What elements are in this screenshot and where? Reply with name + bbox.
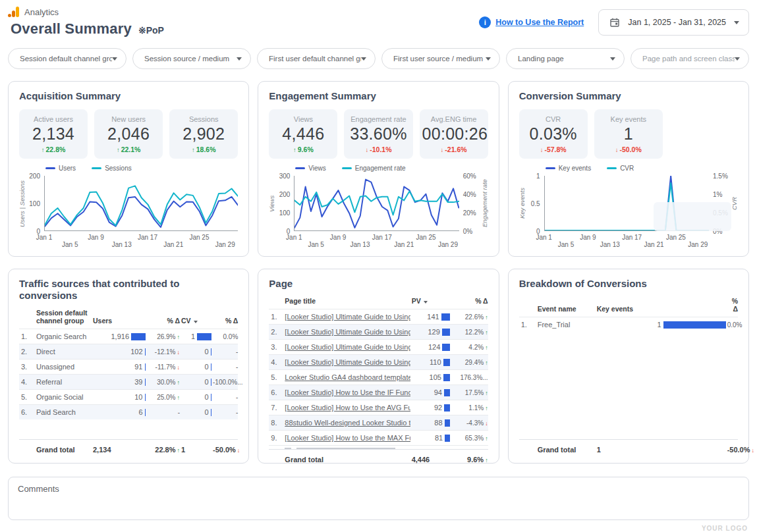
- col-header-page-title: Page title: [285, 297, 410, 305]
- help-link[interactable]: How to Use the Report: [495, 18, 584, 27]
- metric-value: 0: [181, 393, 209, 401]
- delta-cell: 0.0%: [213, 333, 238, 340]
- filter-chip-first-user-source-medium[interactable]: First user source / medium: [381, 48, 500, 69]
- scorecard-cvr: CVR0.03%↓-57.8%: [519, 109, 588, 159]
- delta-value: 65.3%: [465, 435, 484, 442]
- scorecard-label: Views: [271, 115, 335, 123]
- page-link[interactable]: [Looker Studio] How to Use the AVG Funct…: [285, 404, 410, 412]
- metric-value: 1,916: [93, 332, 129, 340]
- row-index: 4.: [269, 358, 283, 366]
- page-link[interactable]: [Looker Studio] Ultimate Guide to Using …: [285, 328, 410, 336]
- header-actions: i How to Use the Report Jan 1, 2025 - Ja…: [479, 9, 749, 36]
- grand-total-label: Grand total: [538, 446, 596, 454]
- delta-value: -: [236, 348, 238, 356]
- col-header-label: Page title: [285, 297, 316, 305]
- page-title-cell: [Looker Studio] Ultimate Guide to Using …: [285, 358, 410, 366]
- row-index: 6.: [269, 388, 283, 396]
- data-bar: [211, 348, 212, 356]
- page-link[interactable]: Looker Studio GA4 dashboard template[400…: [285, 373, 410, 381]
- x-axis-tick: Jan 17: [372, 234, 392, 241]
- filter-chip-landing-page[interactable]: Landing page: [506, 48, 625, 69]
- scorecard-avg-eng-time: Avg.ENG time00:00:26↓-21.6%: [420, 109, 488, 159]
- scorecard-delta: ↑18.6%: [172, 146, 235, 153]
- filter-chip-page-path-and-screen-class[interactable]: Page path and screen class: [631, 48, 749, 69]
- engagement-line-chart: ViewsEngagement rateViews3002001000Jan 1…: [269, 164, 488, 249]
- arrow-down-icon: ↓: [177, 349, 181, 356]
- row-index: 3.: [269, 343, 283, 351]
- chart-legend: UsersSessions: [45, 164, 238, 173]
- metric-cell: 81: [412, 434, 450, 442]
- filter-chip-session-default-channel-group[interactable]: Session default channel group: [8, 48, 126, 69]
- col-header-: % Δ: [727, 297, 738, 313]
- axis-tick: 20%: [463, 209, 476, 217]
- app-name: Analytics: [24, 7, 59, 17]
- page-link[interactable]: [Looker Studio] How to Use the IF Functi…: [285, 388, 410, 396]
- col-header-pv[interactable]: PV: [412, 297, 450, 305]
- scorecard-delta: ↑22.1%: [97, 146, 160, 153]
- col-header-label: Users: [93, 317, 112, 325]
- delta-value: -11.7%: [155, 363, 176, 371]
- tables-row: Traffic sources that contributed to conv…: [8, 269, 749, 464]
- data-bar: [443, 374, 450, 381]
- data-bar: [443, 359, 450, 366]
- metric-value: 1: [181, 332, 195, 340]
- page-link[interactable]: [Looker Studio] Ultimate Guide to Using …: [285, 358, 410, 366]
- legend-swatch: [45, 167, 55, 169]
- row-index: 6.: [19, 408, 35, 416]
- col-header-users: Users: [93, 317, 146, 325]
- scorecard-row: CVR0.03%↓-57.8%Key events1↓-50.0%: [519, 109, 738, 159]
- channel-name: Direct: [36, 348, 92, 356]
- row-index: 4.: [19, 378, 35, 386]
- page-title-cell: [Looker Studio] How to Use the AVG Funct…: [285, 404, 410, 412]
- filter-chip-first-user-default-channel-group[interactable]: First user default channel group: [257, 48, 376, 69]
- axis-tick: 100: [279, 209, 291, 217]
- hover-overlay: [654, 202, 731, 231]
- card-conversion-summary: Conversion Summary CVR0.03%↓-57.8%Key ev…: [508, 81, 749, 257]
- page-link[interactable]: 88studio Well-designed Looker Studio tem…: [285, 419, 410, 427]
- col-header-label: % Δ: [225, 317, 238, 325]
- scorecard-delta: ↑9.6%: [271, 146, 335, 153]
- x-axis-tick: Jan 25: [416, 234, 436, 241]
- delta-value: 17.5%: [465, 389, 484, 396]
- page-title-cell: 88studio Well-designed Looker Studio tem…: [285, 419, 410, 427]
- page-link[interactable]: [Looker Studio] Ultimate Guide to Using …: [285, 313, 410, 321]
- filter-chip-session-source-medium[interactable]: Session source / medium: [132, 48, 251, 69]
- scorecard-row: Views4,446↑9.6%Engagement rate33.60%↓-10…: [269, 109, 488, 159]
- delta-value: 176.3%...: [460, 374, 488, 381]
- scorecard-label: Active users: [22, 115, 85, 123]
- date-range-picker[interactable]: Jan 1, 2025 - Jan 31, 2025: [598, 9, 749, 36]
- col-header-cv[interactable]: CV: [181, 317, 211, 325]
- table-row: 4.[Looker Studio] Ultimate Guide to Usin…: [269, 354, 488, 369]
- page-link[interactable]: [Looker Studio] Ultimate Guide to Using …: [285, 343, 410, 351]
- legend-item-users: Users: [45, 165, 76, 172]
- axis-tick: 100: [29, 200, 40, 207]
- axis-tick: 0%: [463, 228, 472, 235]
- card-title: Breakdown of Conversions: [519, 278, 738, 290]
- data-bar: [197, 333, 211, 340]
- page-title-cell: [Looker Studio] Ultimate Guide to Using …: [285, 313, 410, 321]
- filter-chip-label: First user default channel group: [269, 55, 361, 63]
- scorecard-engagement-rate: Engagement rate33.60%↓-10.1%: [344, 109, 412, 159]
- metric-cell: 0: [181, 363, 211, 371]
- arrow-down-icon: ↓: [237, 447, 240, 454]
- grand-total-cv: 1: [181, 446, 211, 454]
- scorecard-label: Sessions: [172, 115, 235, 123]
- data-bar: [145, 348, 146, 356]
- x-axis-tick: Jan 13: [600, 241, 620, 248]
- arrow-down-icon: ↓: [441, 146, 444, 153]
- delta-cell: 4.2%↑: [451, 344, 488, 351]
- help-link-group[interactable]: i How to Use the Report: [479, 16, 584, 28]
- comments-box[interactable]: Comments: [8, 477, 749, 520]
- axis-tick: 1%: [713, 191, 722, 198]
- page-link[interactable]: [Looker Studio] How to Use the MAX Funct…: [285, 434, 410, 442]
- metric-value: 124: [412, 343, 441, 351]
- y-axis-title-right: CVR: [731, 176, 738, 231]
- delta-value: -100.0%...: [213, 379, 243, 386]
- metric-cell: 92: [412, 404, 450, 412]
- filter-chip-label: Page path and screen class: [642, 55, 735, 63]
- delta-value: 12.2%: [465, 329, 484, 336]
- data-bar: [145, 394, 146, 401]
- scorecard-delta-value: 9.6%: [298, 146, 314, 153]
- table-header: Page titlePV% Δ: [269, 295, 488, 309]
- info-icon[interactable]: i: [479, 16, 491, 28]
